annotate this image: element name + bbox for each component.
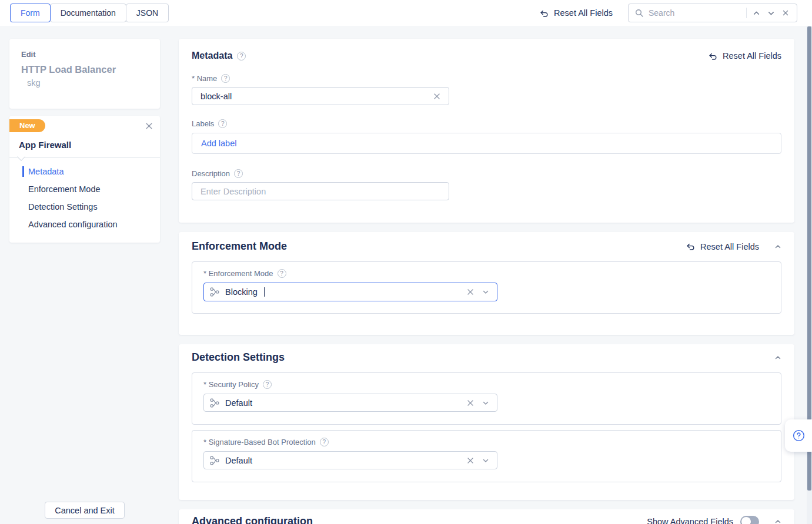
help-question-icon	[792, 429, 806, 442]
detection-section-card: Detection Settings * Security Policy Def…	[179, 344, 794, 500]
name-input[interactable]	[201, 92, 432, 101]
sidebar-item-label: Advanced configuration	[28, 220, 118, 229]
tab-json[interactable]: JSON	[126, 4, 169, 22]
app-firewall-form-page: Form Documentation JSON Reset All Fields	[0, 0, 812, 524]
undo-icon	[685, 242, 695, 251]
enforcement-header: Enforcement Mode Reset All Fields	[179, 232, 794, 253]
view-tabs: Form Documentation JSON	[11, 4, 169, 22]
description-input[interactable]	[201, 187, 442, 196]
name-clear-icon[interactable]	[432, 92, 442, 101]
enforcement-chevron-down-icon[interactable]	[482, 288, 489, 295]
section-divider	[9, 157, 160, 157]
security-policy-clear-icon[interactable]	[467, 399, 474, 407]
bot-protection-value: Default	[225, 456, 252, 465]
sidebar-item-enforcement-mode[interactable]: Enforcement Mode	[9, 180, 160, 198]
reset-all-label: Reset All Fields	[554, 8, 613, 18]
labels-field-label: Labels	[192, 119, 781, 128]
search-prev-chevron-up-icon[interactable]	[751, 8, 761, 18]
enum-graph-icon	[210, 287, 219, 297]
toolbar-right: Reset All Fields	[539, 4, 797, 22]
enforcement-title: Enforcement Mode	[192, 240, 287, 253]
help-fab-button[interactable]	[785, 419, 812, 452]
bot-protection-label: * Signature-Based Bot Protection	[203, 438, 770, 446]
description-input-wrap	[192, 182, 449, 200]
edit-kicker: Edit	[21, 50, 148, 59]
reset-all-fields-button[interactable]: Reset All Fields	[539, 8, 613, 18]
advanced-header: Advanced configuration Show Advanced Fie…	[179, 509, 794, 524]
metadata-reset-all-button[interactable]: Reset All Fields	[707, 51, 781, 61]
enum-graph-icon	[210, 456, 219, 465]
name-help-icon[interactable]	[221, 74, 230, 83]
advanced-title: Advanced configuration	[192, 515, 313, 524]
cancel-and-exit-button[interactable]: Cancel and Exit	[45, 502, 125, 519]
top-toolbar: Form Documentation JSON Reset All Fields	[0, 0, 812, 26]
undo-icon	[539, 9, 549, 18]
object-title: App Firewall	[19, 140, 151, 150]
enum-graph-icon	[210, 398, 219, 408]
undo-icon	[707, 52, 717, 61]
enforcement-help-icon[interactable]	[278, 269, 286, 278]
enforcement-mode-value: Blocking	[225, 287, 258, 297]
security-policy-label: * Security Policy	[203, 380, 770, 389]
advanced-collapse-chevron-up-icon[interactable]	[774, 518, 781, 524]
close-panel-icon[interactable]	[144, 121, 154, 131]
detection-header: Detection Settings	[179, 344, 794, 364]
search-icon	[635, 9, 644, 18]
metadata-title: Metadata	[192, 51, 232, 61]
enforcement-collapse-chevron-up-icon[interactable]	[774, 243, 781, 250]
security-policy-chevron-down-icon[interactable]	[482, 399, 489, 407]
text-cursor	[264, 287, 265, 297]
metadata-help-icon[interactable]	[237, 52, 246, 61]
sidebar-item-label: Detection Settings	[28, 202, 98, 211]
toggle-knob	[741, 517, 751, 524]
description-help-icon[interactable]	[234, 169, 243, 178]
enforcement-section-card: Enforcement Mode Reset All Fields	[179, 232, 794, 335]
reset-all-label: Reset All Fields	[700, 242, 759, 251]
add-label-button[interactable]: Add label	[201, 139, 236, 148]
search-divider	[746, 8, 747, 18]
security-policy-group-box: * Security Policy Default	[192, 372, 781, 425]
security-policy-help-icon[interactable]	[263, 380, 272, 389]
security-policy-select[interactable]: Default	[203, 394, 497, 412]
tab-documentation[interactable]: Documentation	[50, 4, 126, 22]
sidebar-item-label: Metadata	[28, 167, 64, 176]
detection-collapse-chevron-up-icon[interactable]	[774, 354, 781, 361]
bot-protection-clear-icon[interactable]	[467, 457, 474, 464]
sidebar-item-label: Enforcement Mode	[28, 184, 101, 194]
show-advanced-fields-toggle[interactable]	[740, 516, 759, 524]
search-close-icon[interactable]	[781, 8, 790, 18]
bot-protection-select[interactable]: Default	[203, 451, 497, 469]
name-field-label: * Name	[192, 74, 781, 83]
new-badge: New	[9, 119, 45, 132]
search-input[interactable]	[649, 8, 741, 18]
active-indicator-bar	[22, 166, 24, 177]
context-subtitle: skg	[27, 78, 148, 88]
enforcement-field-label: * Enforcement Mode	[203, 269, 770, 278]
enforcement-mode-select[interactable]: Blocking	[203, 283, 497, 301]
advanced-section-card: Advanced configuration Show Advanced Fie…	[179, 509, 794, 524]
bot-protection-chevron-down-icon[interactable]	[482, 457, 489, 464]
description-field-label: Description	[192, 169, 781, 178]
security-policy-value: Default	[225, 398, 252, 408]
bot-protection-group-box: * Signature-Based Bot Protection Default	[192, 430, 781, 482]
divider-notch-icon	[17, 153, 25, 161]
context-title: HTTP Load Balancer	[21, 64, 148, 75]
edit-context-card: Edit HTTP Load Balancer skg	[9, 39, 160, 109]
sidebar-item-advanced-configuration[interactable]: Advanced configuration	[9, 216, 160, 233]
name-input-wrap	[192, 87, 449, 105]
bot-protection-help-icon[interactable]	[320, 438, 329, 446]
search-box	[628, 4, 797, 22]
enforcement-clear-icon[interactable]	[467, 288, 474, 295]
search-next-chevron-down-icon[interactable]	[766, 8, 776, 18]
labels-box: Add label	[192, 133, 781, 154]
section-nav: Metadata Enforcement Mode Detection Sett…	[9, 163, 160, 233]
labels-help-icon[interactable]	[218, 119, 227, 128]
app-firewall-card: New App Firewall Metadata Enforcement Mo…	[9, 116, 160, 243]
enforcement-group-box: * Enforcement Mode Blocking	[192, 261, 781, 314]
tab-form[interactable]: Form	[10, 4, 51, 22]
metadata-section-card: Metadata Reset All Fields * Name	[179, 39, 794, 223]
enforcement-reset-all-button[interactable]: Reset All Fields	[685, 242, 759, 251]
reset-all-label: Reset All Fields	[723, 51, 781, 61]
sidebar-item-metadata[interactable]: Metadata	[9, 163, 160, 180]
sidebar-item-detection-settings[interactable]: Detection Settings	[9, 198, 160, 216]
